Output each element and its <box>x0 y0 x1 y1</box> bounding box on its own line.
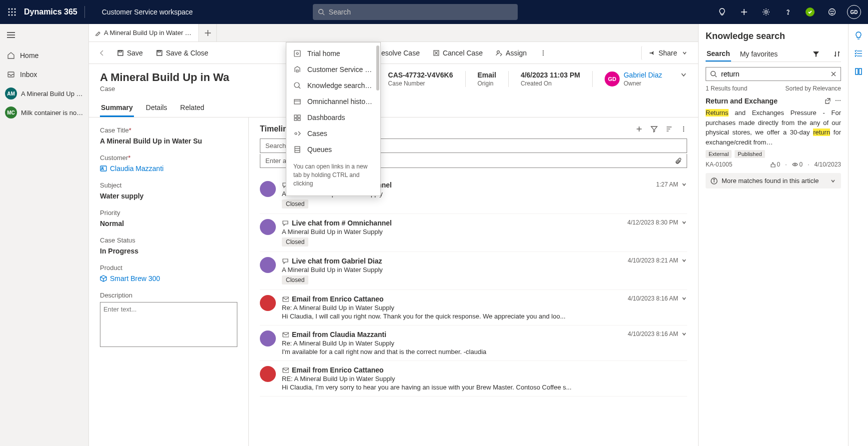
thumbs-up-icon[interactable]: 0 <box>770 161 781 168</box>
emoji-icon[interactable] <box>822 0 842 24</box>
entry-time: 4/10/2023 8:21 AM <box>628 257 687 264</box>
menu-item-icon <box>293 146 301 154</box>
chevron-down-icon[interactable] <box>681 182 687 188</box>
session-tab-label: A Mineral Build Up in Water S... <box>104 29 192 36</box>
svg-point-62 <box>683 128 684 130</box>
timeline-more-icon[interactable] <box>680 126 687 132</box>
knowledge-tab-search[interactable]: Search <box>706 46 731 62</box>
entry-subject: A Mineral Build Up in Water Supply <box>282 266 687 274</box>
filter-icon[interactable] <box>812 50 820 58</box>
timeline-filter-icon[interactable] <box>650 125 658 133</box>
header-actions: GD <box>712 0 864 24</box>
overflow-button[interactable] <box>535 46 552 60</box>
save-close-button[interactable]: Save & Close <box>151 46 213 60</box>
timeline-sort-icon[interactable] <box>665 125 673 133</box>
product-link[interactable]: Smart Brew 300 <box>100 274 237 282</box>
presence-indicator[interactable] <box>800 0 820 24</box>
session-tabs: A Mineral Build Up in Water S... <box>89 24 698 42</box>
svg-point-28 <box>294 82 299 88</box>
sort-label: Sorted by Relevance <box>786 85 841 92</box>
workspace-name[interactable]: Customer Service workspace <box>102 8 193 16</box>
tab-details[interactable]: Details <box>145 100 168 117</box>
menu-item[interactable]: Dashboards <box>286 110 380 126</box>
menu-item[interactable]: Knowledge search an... <box>286 78 380 94</box>
app-launcher-icon[interactable] <box>4 4 20 20</box>
save-button[interactable]: Save <box>112 46 148 60</box>
svg-rect-33 <box>298 115 300 118</box>
tab-summary[interactable]: Summary <box>100 100 134 117</box>
menu-item[interactable]: Cases <box>286 126 380 142</box>
knowledge-tab-favorites[interactable]: My favorites <box>739 47 779 61</box>
share-button[interactable]: Share <box>641 46 692 60</box>
entry-avatar <box>260 330 276 346</box>
owner-link[interactable]: Gabriel Diaz <box>624 71 662 79</box>
cancel-case-button[interactable]: Cancel Case <box>428 46 488 60</box>
timeline-add-icon[interactable] <box>635 125 643 133</box>
user-avatar[interactable]: GD <box>844 0 864 24</box>
description-input[interactable] <box>100 302 237 347</box>
svg-point-8 <box>14 14 16 16</box>
clear-icon[interactable] <box>831 71 837 77</box>
subject-value[interactable]: Water supply <box>100 192 237 200</box>
svg-point-61 <box>683 126 684 128</box>
knowledge-result[interactable]: Return and Exchange Returns and Exchange… <box>706 97 841 168</box>
menu-item[interactable]: Customer Service hist... <box>286 62 380 78</box>
nav-inbox[interactable]: Inbox <box>0 65 88 84</box>
tab-related[interactable]: Related <box>179 100 205 117</box>
menu-item[interactable]: Trial home <box>286 46 380 62</box>
knowledge-search-input[interactable] <box>706 67 841 81</box>
svg-point-2 <box>14 8 16 10</box>
entry-subject: Re: A Mineral Build Up in Water Supply <box>282 304 687 312</box>
session-tab[interactable]: A Mineral Build Up in Water S... <box>89 24 199 42</box>
chevron-down-icon[interactable] <box>681 258 687 264</box>
more-matches[interactable]: More matches found in this article <box>706 173 841 188</box>
chevron-down-icon[interactable] <box>681 296 687 302</box>
knowledge-title: Knowledge search <box>706 31 841 42</box>
nav-home-label: Home <box>20 52 38 60</box>
scrollbar[interactable] <box>376 46 379 90</box>
back-button[interactable] <box>95 46 109 60</box>
brand-name[interactable]: Dynamics 365 <box>24 8 77 16</box>
more-vertical-icon <box>540 50 547 56</box>
sort-icon[interactable] <box>833 50 841 58</box>
svg-point-9 <box>319 10 323 14</box>
header-chevron-down-icon[interactable] <box>680 71 687 78</box>
timeline-entry[interactable]: Live chat from # OmnichannelA Mineral Bu… <box>260 214 687 252</box>
result-more-icon[interactable] <box>835 98 841 104</box>
help-icon[interactable] <box>778 0 798 24</box>
session-badge: AM <box>5 88 17 100</box>
timeline-entry[interactable]: Email from Enrico CattaneoRe: A Mineral … <box>260 290 687 326</box>
menu-item[interactable]: Queues <box>286 142 380 158</box>
attach-icon[interactable] <box>675 158 682 164</box>
gear-icon[interactable] <box>756 0 776 24</box>
nav-home[interactable]: Home <box>0 46 88 65</box>
svg-point-17 <box>831 11 831 12</box>
assign-button[interactable]: Assign <box>491 46 532 60</box>
svg-point-73 <box>840 100 841 101</box>
chevron-down-icon[interactable] <box>681 331 687 337</box>
global-search[interactable]: Search <box>313 4 518 20</box>
timeline-entry[interactable]: Live chat from Gabriel DiazA Mineral Bui… <box>260 252 687 290</box>
timeline-entry[interactable]: Email from Claudia MazzantiRe: A Mineral… <box>260 326 687 361</box>
add-tab-button[interactable] <box>199 24 217 42</box>
lightbulb-rail-icon[interactable] <box>854 31 863 40</box>
lightbulb-icon[interactable] <box>712 0 732 24</box>
menu-item-label: Cases <box>307 130 327 138</box>
add-icon[interactable] <box>734 0 754 24</box>
knowledge-rail-icon[interactable] <box>854 67 863 76</box>
product-icon <box>100 275 107 282</box>
hamburger-icon[interactable] <box>0 24 88 46</box>
status-value[interactable]: In Progress <box>100 247 237 255</box>
chat-icon <box>282 258 289 264</box>
priority-value[interactable]: Normal <box>100 220 237 228</box>
timeline-entry[interactable]: Email from Enrico CattaneoRE: A Mineral … <box>260 361 687 396</box>
tasks-rail-icon[interactable] <box>854 49 863 58</box>
session-item[interactable]: AMA Mineral Build Up in ... <box>0 84 88 103</box>
chevron-down-icon[interactable] <box>681 220 687 226</box>
menu-item[interactable]: Omnichannel historic... <box>286 94 380 110</box>
result-title: Return and Exchange <box>706 97 778 105</box>
link-icon[interactable] <box>824 98 831 104</box>
session-item[interactable]: MCMilk container is not fi... <box>0 103 88 122</box>
case-title-value[interactable]: A Mineral Build Up in Water Su <box>100 137 237 145</box>
customer-link[interactable]: Claudia Mazzanti <box>100 164 237 172</box>
